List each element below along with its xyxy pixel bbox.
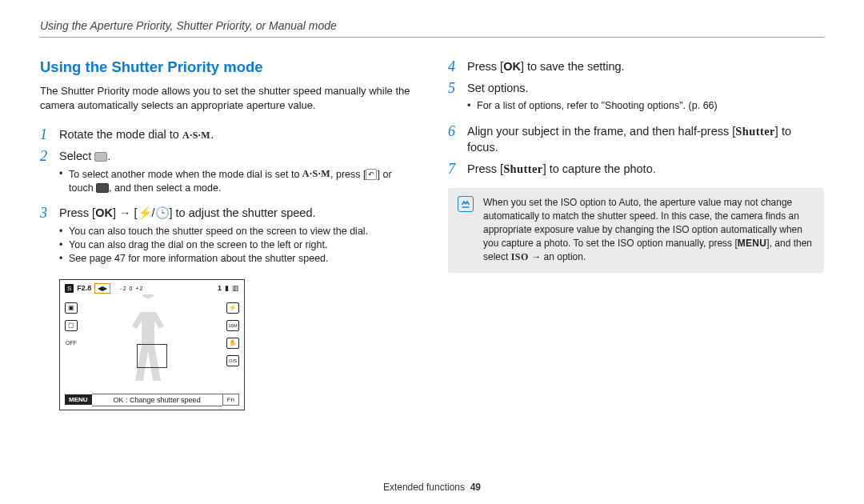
ok-button-label: OK (503, 60, 521, 73)
flash-icon: ⚡ (138, 206, 152, 219)
step-sublist: For a list of options, refer to "Shootin… (467, 99, 718, 113)
sub-text: , and then select a mode. (109, 182, 221, 194)
sub-item: You can also touch the shutter speed on … (59, 225, 368, 238)
back-button-icon: ↶ (366, 169, 377, 180)
step-3: 3 Press [OK] → [⚡/🕒] to adjust the shutt… (40, 205, 416, 270)
intro-paragraph: The Shutter Priority mode allows you to … (40, 84, 416, 114)
step-number: 5 (448, 80, 459, 97)
step-text: Press [ (467, 60, 503, 73)
sub-text: To select another mode when the mode dia… (69, 169, 302, 180)
ok-button-label: OK (95, 206, 113, 219)
step-number: 2 (40, 148, 51, 165)
camera-topbar: S F2.8 ◀▶ -2 0 +2 1 ▮ ▥ (65, 283, 239, 294)
note-icon (458, 196, 475, 264)
step-number: 1 (40, 126, 51, 143)
page-number: 49 (470, 482, 481, 493)
sub-item: See page 47 for more information about t… (59, 252, 368, 266)
step-text: Set options. (467, 82, 529, 94)
sub-text: , press [ (330, 169, 366, 180)
step-text: ] → [ (113, 206, 138, 219)
step-text: ] to adjust the shutter speed. (170, 206, 316, 219)
mode-dial-asm-icon: A·S·M (182, 129, 210, 140)
two-column-layout: Using the Shutter Priority mode The Shut… (40, 58, 824, 410)
step-sublist: To select another mode when the mode dia… (59, 167, 416, 195)
resolution-icon: 16M (226, 320, 239, 331)
off-label-icon: OFF (65, 338, 78, 349)
step-6: 6 Align your subject in the frame, and t… (448, 123, 824, 156)
exposure-scale: -2 0 +2 (120, 286, 143, 291)
manual-page: Using the Aperture Priority, Shutter Pri… (0, 0, 864, 504)
stabilizer-icon: ✋ (226, 338, 239, 349)
sub-item: For a list of options, refer to "Shootin… (467, 99, 718, 113)
camera-mode-badge: S (65, 284, 74, 293)
menu-button-icon: MENU (65, 394, 92, 405)
step-body: Set options. For a list of options, refe… (467, 80, 718, 118)
step-number: 7 (448, 161, 459, 178)
step-body: Select . To select another mode when the… (59, 148, 416, 201)
step-text: ] to capture the photo. (543, 162, 656, 175)
camera-right-icons: ⚡ 16M ✋ OIS (226, 302, 239, 366)
memory-card-icon: ▮ (225, 284, 229, 292)
note-box: When you set the ISO option to Auto, the… (448, 188, 824, 272)
mode-dial-asm-icon: A·S·M (302, 168, 330, 179)
step-number: 3 (40, 205, 51, 222)
step-body: Rotate the mode dial to A·S·M. (59, 126, 214, 143)
step-text-end: . (107, 150, 110, 162)
step-number: 6 (448, 123, 459, 140)
camera-hint: OK : Change shutter speed (92, 394, 222, 406)
step-text: Press [ (59, 206, 95, 219)
breadcrumb: Using the Aperture Priority, Shutter Pri… (40, 19, 824, 32)
note-text: When you set the ISO option to Auto, the… (483, 196, 814, 264)
step-text: Press [ (467, 162, 503, 175)
shutter-button-label: Shutter (735, 125, 775, 138)
sub-item: To select another mode when the mode dia… (59, 167, 416, 195)
section-title: Using the Shutter Priority mode (40, 58, 416, 76)
ois-icon: OIS (226, 355, 239, 366)
focus-frame (137, 344, 167, 368)
shutter-dial-selector: ◀▶ (94, 283, 110, 294)
menu-button-label: MENU (738, 238, 767, 249)
step-1: 1 Rotate the mode dial to A·S·M. (40, 126, 416, 143)
step-text: Rotate the mode dial to (59, 128, 182, 141)
aperture-value: F2.8 (77, 284, 91, 292)
battery-icon: ▥ (232, 284, 239, 292)
fn-button-icon: Fn (222, 394, 239, 406)
camera-screen-illustration: S F2.8 ◀▶ -2 0 +2 1 ▮ ▥ ▣ ▢ OFF ⚡ (59, 279, 245, 410)
drive-mode-icon: ▣ (65, 302, 78, 314)
timer-icon: 🕒 (155, 206, 170, 219)
step-body: Press [OK] → [⚡/🕒] to adjust the shutter… (59, 205, 368, 270)
focus-mode-icon: ▢ (65, 320, 78, 331)
step-2: 2 Select . To select another mode when t… (40, 148, 416, 201)
step-body: Press [Shutter] to capture the photo. (467, 161, 656, 178)
step-number: 4 (448, 58, 459, 75)
mode-select-icon (94, 152, 107, 162)
touch-mode-icon (96, 183, 109, 193)
note-segment: → an option. (529, 251, 586, 262)
step-sublist: You can also touch the shutter speed on … (59, 225, 368, 266)
step-text: Select (59, 150, 94, 162)
footer-section: Extended functions (383, 482, 465, 493)
step-text: Align your subject in the frame, and the… (467, 125, 735, 138)
step-body: Press [OK] to save the setting. (467, 58, 625, 75)
step-7: 7 Press [Shutter] to capture the photo. (448, 161, 824, 178)
flash-off-icon: ⚡ (226, 302, 239, 314)
step-text: ] to save the setting. (521, 60, 625, 73)
step-body: Align your subject in the frame, and the… (467, 123, 824, 156)
top-rule (40, 37, 824, 38)
right-column: 4 Press [OK] to save the setting. 5 Set … (448, 58, 824, 410)
step-text-end: . (210, 128, 214, 141)
page-footer: Extended functions 49 (0, 482, 864, 493)
iso-label: ISO (511, 251, 529, 262)
camera-left-icons: ▣ ▢ OFF (65, 302, 78, 349)
camera-bottom-bar: MENU OK : Change shutter speed Fn (65, 394, 239, 406)
left-column: Using the Shutter Priority mode The Shut… (40, 58, 416, 410)
shots-remaining: 1 (218, 284, 222, 292)
shutter-button-label: Shutter (503, 162, 543, 175)
step-4: 4 Press [OK] to save the setting. (448, 58, 824, 75)
sub-item: You can also drag the dial on the screen… (59, 238, 368, 252)
subject-silhouette-icon (121, 294, 175, 390)
step-5: 5 Set options. For a list of options, re… (448, 80, 824, 118)
